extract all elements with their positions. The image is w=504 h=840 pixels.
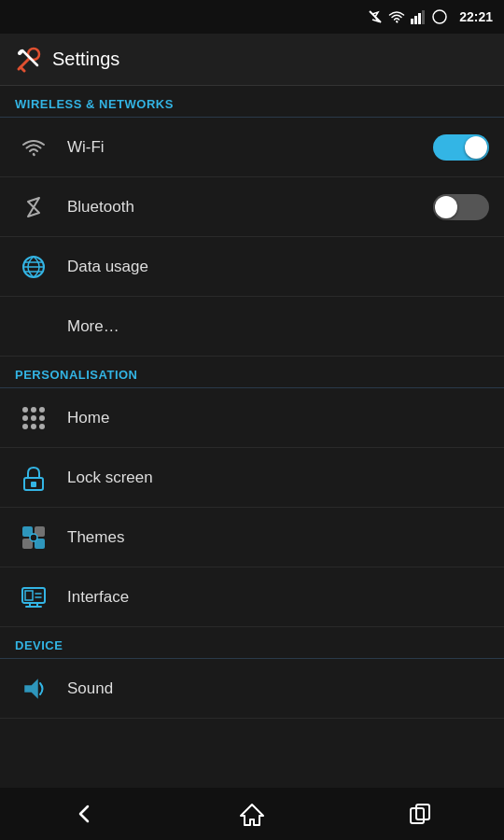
status-time: 22:21 xyxy=(459,9,493,24)
wifi-toggle-knob xyxy=(465,136,487,159)
status-icons xyxy=(368,9,450,24)
nav-bar xyxy=(0,788,504,840)
page-title: Settings xyxy=(52,49,119,70)
wifi-label: Wi-Fi xyxy=(67,138,433,157)
more-label: More… xyxy=(67,317,489,336)
data-usage-label: Data usage xyxy=(67,258,489,276)
main-content: WIRELESS & NETWORKS Wi-Fi Bluetooth xyxy=(0,86,504,788)
lock-screen-icon xyxy=(15,459,52,497)
home-icon xyxy=(239,801,265,827)
svg-rect-23 xyxy=(25,591,33,600)
bluetooth-label: Bluetooth xyxy=(67,198,433,217)
status-bar: 22:21 xyxy=(0,0,504,34)
settings-item-lock-screen[interactable]: Lock screen xyxy=(0,448,504,508)
section-header-device: DEVICE xyxy=(0,627,504,659)
settings-item-data-usage[interactable]: Data usage xyxy=(0,237,504,297)
recents-icon xyxy=(407,801,433,827)
more-spacer xyxy=(15,308,52,345)
themes-label: Themes xyxy=(67,528,489,547)
signal-icon xyxy=(411,9,426,24)
data-usage-icon xyxy=(15,248,52,286)
back-button[interactable] xyxy=(56,795,112,833)
svg-line-8 xyxy=(21,67,24,71)
home-label: Home xyxy=(67,409,489,427)
bluetooth-toggle[interactable] xyxy=(433,194,489,220)
settings-item-sound[interactable]: Sound xyxy=(0,659,504,719)
section-header-personalisation: PERSONALISATION xyxy=(0,357,504,388)
battery-icon xyxy=(431,9,450,24)
sound-icon xyxy=(15,670,52,707)
lock-screen-label: Lock screen xyxy=(67,469,489,487)
sound-label: Sound xyxy=(67,679,489,698)
svg-point-21 xyxy=(30,534,37,541)
home-button[interactable] xyxy=(224,795,280,833)
title-bar: Settings xyxy=(0,34,504,86)
settings-item-themes[interactable]: Themes xyxy=(0,508,504,567)
bluetooth-off-icon xyxy=(368,9,383,24)
interface-icon xyxy=(15,579,52,616)
settings-item-home[interactable]: Home xyxy=(0,388,504,448)
home-grid-icon xyxy=(15,399,52,437)
section-header-wireless: WIRELESS & NETWORKS xyxy=(0,86,504,118)
svg-rect-1 xyxy=(411,19,413,24)
settings-item-interface[interactable]: Interface xyxy=(0,567,504,627)
interface-label: Interface xyxy=(67,588,489,607)
settings-item-bluetooth[interactable]: Bluetooth xyxy=(0,177,504,237)
settings-wrench-icon xyxy=(15,47,41,73)
svg-rect-4 xyxy=(422,10,425,24)
bluetooth-toggle-knob xyxy=(435,196,457,218)
settings-item-wifi[interactable]: Wi-Fi xyxy=(0,118,504,177)
themes-icon xyxy=(15,519,52,556)
recents-button[interactable] xyxy=(392,795,448,833)
svg-marker-29 xyxy=(25,680,37,697)
svg-marker-30 xyxy=(241,805,263,825)
back-icon xyxy=(71,801,97,827)
settings-item-more[interactable]: More… xyxy=(0,297,504,357)
svg-rect-3 xyxy=(418,13,421,24)
bluetooth-setting-icon xyxy=(15,189,52,226)
wifi-toggle[interactable] xyxy=(433,134,489,161)
svg-rect-2 xyxy=(414,16,417,24)
wifi-setting-icon xyxy=(15,129,52,166)
svg-rect-16 xyxy=(31,482,36,487)
svg-point-5 xyxy=(433,10,446,23)
wifi-icon xyxy=(388,9,405,24)
svg-line-10 xyxy=(20,51,21,53)
